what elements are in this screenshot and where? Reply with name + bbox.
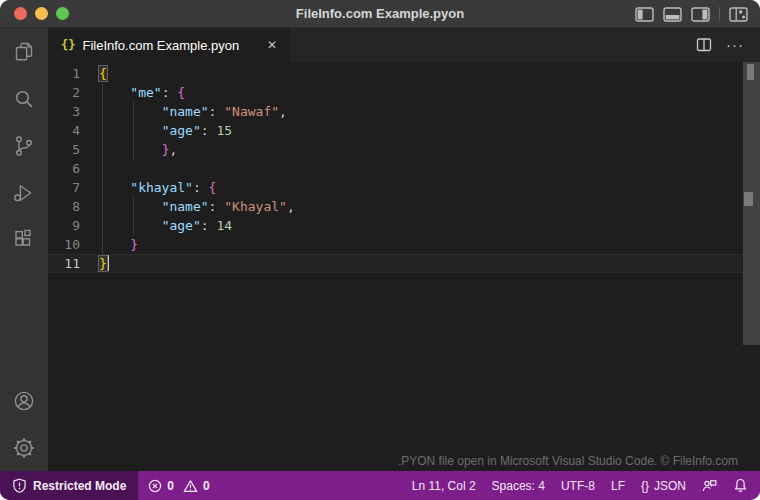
vscode-window: FileInfo.com Example.pyon: [0, 0, 760, 500]
warning-icon: [183, 479, 198, 493]
code-line-10[interactable]: 10 }: [48, 235, 760, 254]
code-text: }: [80, 235, 138, 254]
error-icon: [148, 479, 162, 493]
code-text: [80, 159, 99, 178]
shield-icon: [12, 478, 27, 493]
more-actions-icon[interactable]: ···: [726, 40, 744, 50]
line-number[interactable]: 1: [48, 64, 80, 83]
code-line-7[interactable]: 7 "khayal": {: [48, 178, 760, 197]
line-number[interactable]: 6: [48, 159, 80, 178]
tab-close-icon[interactable]: ✕: [264, 37, 280, 53]
cursor-position-item[interactable]: Ln 11, Col 2: [412, 479, 476, 493]
restricted-mode-label: Restricted Mode: [33, 479, 126, 493]
code-line-11[interactable]: 11}: [48, 254, 760, 273]
explorer-icon[interactable]: [0, 28, 48, 75]
warning-count: 0: [203, 479, 210, 493]
toggle-primary-sidebar-icon[interactable]: [635, 7, 654, 22]
traffic-lights: [14, 7, 69, 20]
activity-bar: [0, 28, 48, 471]
toggle-secondary-sidebar-icon[interactable]: [691, 7, 710, 22]
layout-controls: [635, 0, 748, 28]
code-line-1[interactable]: 1{: [48, 64, 760, 83]
line-number[interactable]: 7: [48, 178, 80, 197]
code-text: },: [80, 140, 177, 159]
accounts-icon[interactable]: [0, 377, 48, 424]
run-and-debug-icon[interactable]: [0, 169, 48, 216]
code-text: "name": "Khayal",: [80, 197, 295, 216]
code-line-9[interactable]: 9 "age": 14: [48, 216, 760, 235]
language-mode-item[interactable]: {} JSON: [641, 479, 686, 493]
problems-item[interactable]: 0 0: [138, 479, 223, 493]
window-title: FileInfo.com Example.pyon: [296, 6, 464, 21]
eol-item[interactable]: LF: [611, 479, 625, 493]
zoom-window-button[interactable]: [56, 7, 69, 20]
indentation-item[interactable]: Spaces: 4: [492, 479, 545, 493]
code-line-4[interactable]: 4 "age": 15: [48, 121, 760, 140]
text-cursor: [107, 255, 109, 271]
indent-guide: [102, 83, 103, 254]
overview-ruler-mark: [744, 192, 753, 206]
settings-gear-icon[interactable]: [0, 424, 48, 471]
split-editor-icon[interactable]: [696, 37, 712, 53]
tab-bar: {} FileInfo.com Example.pyon ✕ ···: [48, 28, 760, 62]
tab-fileinfo-example[interactable]: {} FileInfo.com Example.pyon ✕: [48, 28, 290, 62]
code-text: }: [80, 254, 109, 273]
line-number[interactable]: 2: [48, 83, 80, 102]
line-number[interactable]: 10: [48, 235, 80, 254]
code-line-6[interactable]: 6: [48, 159, 760, 178]
language-braces-icon: {}: [641, 479, 649, 493]
editor-pane[interactable]: 1{2 "me": {3 "name": "Nawaf",4 "age": 15…: [48, 62, 760, 471]
line-number[interactable]: 5: [48, 140, 80, 159]
overview-ruler-mark: [747, 64, 754, 80]
titlebar-divider: [719, 7, 720, 21]
code-text: "khayal": {: [80, 178, 216, 197]
source-control-icon[interactable]: [0, 122, 48, 169]
vertical-scrollbar[interactable]: [743, 62, 760, 345]
restricted-mode-item[interactable]: Restricted Mode: [0, 471, 138, 500]
toggle-panel-icon[interactable]: [663, 7, 682, 22]
code-lines: 1{2 "me": {3 "name": "Nawaf",4 "age": 15…: [48, 64, 760, 273]
tab-label: FileInfo.com Example.pyon: [82, 38, 239, 53]
status-bar-right: Ln 11, Col 2 Spaces: 4 UTF-8 LF {} JSON: [412, 478, 760, 493]
extensions-icon[interactable]: [0, 216, 48, 263]
indent-guide: [133, 197, 134, 235]
status-bar: Restricted Mode 0 0 Ln 11, Col 2 Spaces:…: [0, 471, 760, 500]
feedback-icon[interactable]: [702, 478, 717, 493]
notifications-bell-icon[interactable]: [733, 478, 748, 493]
line-number[interactable]: 11: [48, 254, 80, 273]
minimize-window-button[interactable]: [35, 7, 48, 20]
customize-layout-icon[interactable]: [729, 7, 748, 22]
editor-actions: ···: [696, 28, 760, 62]
encoding-item[interactable]: UTF-8: [561, 479, 595, 493]
code-line-2[interactable]: 2 "me": {: [48, 83, 760, 102]
error-count: 0: [167, 479, 174, 493]
json-braces-icon: {}: [61, 38, 75, 52]
code-text: "me": {: [80, 83, 185, 102]
line-number[interactable]: 8: [48, 197, 80, 216]
search-icon[interactable]: [0, 75, 48, 122]
close-window-button[interactable]: [14, 7, 27, 20]
line-number[interactable]: 4: [48, 121, 80, 140]
indent-guide: [133, 102, 134, 159]
line-number[interactable]: 9: [48, 216, 80, 235]
language-label: JSON: [654, 479, 686, 493]
title-bar: FileInfo.com Example.pyon: [0, 0, 760, 28]
code-line-8[interactable]: 8 "name": "Khayal",: [48, 197, 760, 216]
code-text: {: [80, 64, 107, 83]
code-text: "name": "Nawaf",: [80, 102, 287, 121]
code-line-3[interactable]: 3 "name": "Nawaf",: [48, 102, 760, 121]
code-line-5[interactable]: 5 },: [48, 140, 760, 159]
line-number[interactable]: 3: [48, 102, 80, 121]
editor-watermark: .PYON file open in Microsoft Visual Stud…: [398, 454, 738, 468]
